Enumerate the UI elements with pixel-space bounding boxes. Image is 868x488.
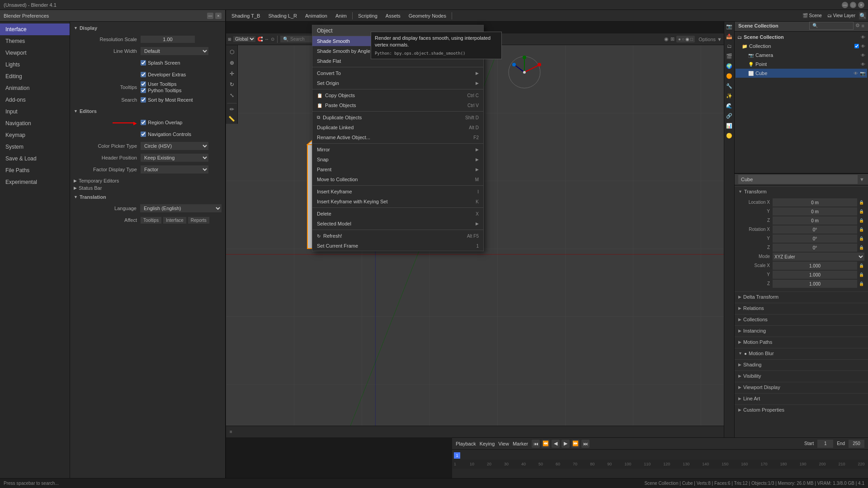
status-bar-section[interactable]: Status Bar: [74, 185, 222, 191]
pivot-icon[interactable]: ⊙: [271, 37, 274, 42]
ctx-mirror[interactable]: Mirror ▶: [312, 145, 483, 155]
outliner-options-icon[interactable]: ≡: [862, 23, 864, 28]
factor-display-select[interactable]: Factor: [141, 165, 208, 174]
physics-props-icon[interactable]: 🌊: [725, 101, 734, 110]
collection-eye[interactable]: 👁: [861, 44, 865, 49]
rotation-mode-select[interactable]: XYZ Euler: [773, 253, 864, 261]
play-btn[interactable]: ▶: [561, 440, 570, 448]
line-width-select[interactable]: Default: [141, 47, 208, 55]
python-tooltips-checkbox[interactable]: [141, 88, 146, 93]
relations-header[interactable]: ▶ Relations: [735, 303, 868, 313]
mode-select[interactable]: Global: [233, 36, 255, 42]
affect-tooltips[interactable]: Tooltips: [141, 217, 161, 224]
step-fwd-btn[interactable]: ⏩: [571, 440, 580, 448]
ctx-copy-objects[interactable]: 📋 Copy Objects Ctrl C: [312, 90, 483, 100]
scale-x-val[interactable]: 1.000: [773, 262, 857, 270]
timeline-body[interactable]: 1 1 10 20 30 40 50 60 70 80 90 100 110 1…: [452, 450, 868, 469]
delta-transform-header[interactable]: ▶ Delta Transform: [735, 292, 868, 302]
particles-props-icon[interactable]: ✨: [725, 91, 734, 100]
splash-screen-checkbox[interactable]: [141, 60, 146, 66]
rotation-y-val[interactable]: 0°: [773, 235, 857, 243]
collections-header[interactable]: ▶ Collections: [735, 314, 868, 324]
annotate-tool-btn[interactable]: ✏: [227, 103, 237, 113]
rotation-x-val[interactable]: 0°: [773, 225, 857, 234]
ctx-insert-keyframe[interactable]: Insert Keyframe I: [312, 187, 483, 197]
ctx-convert-to[interactable]: Convert To ▶: [312, 68, 483, 78]
data-props-icon[interactable]: 📊: [725, 121, 734, 130]
properties-options-btn[interactable]: ▼: [859, 177, 864, 182]
location-x-lock[interactable]: 🔒: [858, 198, 864, 206]
cursor-tool-btn[interactable]: ⊕: [227, 58, 237, 68]
menu-scripting[interactable]: Scripting: [354, 12, 381, 19]
scale-y-val[interactable]: 1.000: [773, 271, 857, 279]
render-props-icon[interactable]: 📷: [725, 22, 734, 31]
rendered-icon[interactable]: ○: [682, 37, 684, 42]
temporary-editors-section[interactable]: Temporary Editors: [74, 178, 222, 183]
editors-section-header[interactable]: Editors: [74, 108, 222, 114]
constraints-props-icon[interactable]: 🔗: [725, 111, 734, 120]
scale-x-lock[interactable]: 🔒: [858, 262, 864, 270]
affect-interface[interactable]: Interface: [163, 217, 186, 224]
nav-item-themes[interactable]: Themes: [0, 35, 70, 47]
menu-anim[interactable]: Anim: [332, 12, 350, 19]
line-art-header[interactable]: ▶ Line Art: [735, 394, 868, 404]
search-icon-top[interactable]: 🔍: [859, 12, 866, 19]
sort-recent-checkbox[interactable]: [141, 97, 146, 103]
options-btn[interactable]: Options ▼: [698, 37, 722, 42]
navigation-controls-checkbox[interactable]: [141, 131, 146, 137]
minimize-button[interactable]: —: [842, 2, 848, 8]
overlay-icon[interactable]: ◉: [664, 36, 669, 42]
menu-animation[interactable]: Animation: [302, 12, 331, 19]
material-props-icon[interactable]: 🟡: [725, 131, 734, 140]
object-props-icon[interactable]: 🟠: [725, 71, 734, 80]
outliner-collection[interactable]: 📁 Collection 👁: [736, 42, 867, 51]
collection-viewport-checkbox[interactable]: [854, 44, 859, 48]
view-label[interactable]: View: [498, 441, 509, 446]
ctx-insert-keyframe-keying-set[interactable]: Insert Keyframe with Keying Set K: [312, 197, 483, 206]
object-name-input[interactable]: [738, 175, 858, 184]
ctx-snap[interactable]: Snap ▶: [312, 155, 483, 164]
nav-item-animation[interactable]: Animation: [0, 82, 70, 94]
material-preview-icon[interactable]: ●: [678, 37, 681, 42]
language-select[interactable]: English (English): [140, 204, 222, 212]
menu-geometry-nodes[interactable]: Geometry Nodes: [405, 12, 450, 19]
ctx-paste-objects[interactable]: 📋 Paste Objects Ctrl V: [312, 100, 483, 110]
custom-properties-header[interactable]: ▶ Custom Properties: [735, 405, 868, 415]
nav-item-viewport[interactable]: Viewport: [0, 47, 70, 59]
point-eye[interactable]: 👁: [861, 62, 865, 67]
nav-item-lights[interactable]: Lights: [0, 59, 70, 70]
select-tool-btn[interactable]: ⬡: [227, 47, 237, 57]
transform-icon[interactable]: ↔: [264, 37, 269, 42]
xray-icon[interactable]: ⊞: [670, 36, 675, 42]
prefs-close[interactable]: ×: [215, 13, 222, 19]
ctx-set-origin[interactable]: Set Origin ▶: [312, 78, 483, 88]
ctx-selected-model[interactable]: Selected Model ▶: [312, 219, 483, 229]
prefs-minimize[interactable]: —: [207, 13, 213, 19]
affect-reports[interactable]: Reports: [188, 217, 209, 224]
measure-tool-btn[interactable]: 📏: [227, 114, 237, 124]
viewport-display-header[interactable]: ▶ Viewport Display: [735, 382, 868, 392]
location-x-val[interactable]: 0 m: [773, 198, 857, 206]
region-overlap-checkbox[interactable]: [141, 120, 146, 125]
motion-blur-header[interactable]: ▼ ● Motion Blur: [735, 348, 868, 358]
nav-item-save-load[interactable]: Save & Load: [0, 153, 70, 164]
modifier-props-icon[interactable]: 🔧: [725, 81, 734, 90]
jump-end-btn[interactable]: ⏭: [581, 440, 590, 448]
start-frame-input[interactable]: [817, 440, 833, 448]
marker-label[interactable]: Marker: [513, 441, 528, 446]
wireframe-icon[interactable]: □: [690, 37, 693, 42]
outliner-cube[interactable]: ⬜ Cube 👁 📷: [736, 69, 867, 78]
ctx-delete[interactable]: Delete X: [312, 209, 483, 219]
scene-collection-eye[interactable]: 👁: [861, 35, 865, 40]
ctx-parent[interactable]: Parent ▶: [312, 164, 483, 174]
nav-item-experimental[interactable]: Experimental: [0, 176, 70, 188]
move-tool-btn[interactable]: ✛: [227, 69, 237, 79]
outliner-scene-collection[interactable]: 🗂 Scene Collection 👁: [736, 33, 867, 42]
nav-item-input[interactable]: Input: [0, 106, 70, 117]
header-position-select[interactable]: Keep Existing: [141, 154, 208, 162]
outliner-camera[interactable]: 📷 Camera 👁: [736, 51, 867, 60]
location-z-val[interactable]: 0 m: [773, 216, 857, 225]
ctx-set-current-frame[interactable]: Set Current Frame 1: [312, 241, 483, 251]
nav-item-editing[interactable]: Editing: [0, 70, 70, 82]
nav-item-addons[interactable]: Add-ons: [0, 94, 70, 106]
